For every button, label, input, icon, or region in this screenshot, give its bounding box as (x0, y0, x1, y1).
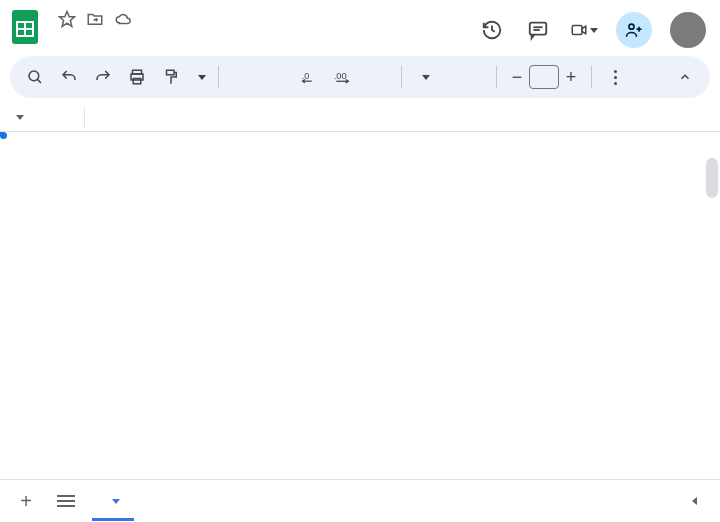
svg-marker-4 (60, 12, 75, 27)
font-size-value[interactable] (529, 65, 559, 89)
font-family-dropdown[interactable] (410, 75, 488, 80)
menu-insert[interactable] (96, 32, 110, 40)
formula-input[interactable] (105, 104, 720, 131)
add-sheet-button[interactable]: + (12, 487, 40, 515)
increase-decimal[interactable]: .00 (329, 62, 359, 92)
scroll-sheets-left[interactable] (680, 487, 708, 515)
svg-rect-8 (572, 26, 582, 35)
undo-icon[interactable] (54, 62, 84, 92)
font-size-decrease[interactable]: − (505, 64, 529, 90)
all-sheets-button[interactable] (52, 487, 80, 515)
more-formats[interactable] (363, 62, 393, 92)
svg-text:.00: .00 (334, 70, 347, 81)
font-size-control: − + (505, 64, 583, 90)
toolbar-overflow[interactable] (600, 62, 630, 92)
svg-rect-17 (167, 70, 175, 75)
star-icon[interactable] (58, 10, 76, 28)
chevron-down-icon (198, 75, 206, 80)
share-button[interactable] (616, 12, 652, 48)
spreadsheet-grid[interactable] (0, 132, 720, 480)
menu-more[interactable] (160, 32, 174, 40)
chevron-down-icon (590, 28, 598, 33)
redo-icon[interactable] (88, 62, 118, 92)
name-box[interactable] (0, 115, 84, 120)
menu-tools[interactable] (144, 32, 158, 40)
move-to-folder-icon[interactable] (86, 10, 104, 28)
formula-bar (0, 104, 720, 132)
chevron-down-icon (112, 499, 120, 504)
menu-format[interactable] (112, 32, 126, 40)
font-size-increase[interactable]: + (559, 64, 583, 90)
decrease-decimal[interactable]: .0 (295, 62, 325, 92)
cloud-status-icon[interactable] (114, 10, 132, 28)
chevron-down-icon (422, 75, 430, 80)
menu-data[interactable] (128, 32, 142, 40)
meet-dropdown[interactable] (570, 16, 598, 44)
sheet-tab-active[interactable] (92, 485, 134, 521)
svg-rect-5 (530, 23, 547, 35)
account-avatar[interactable] (670, 12, 706, 48)
sheets-logo[interactable] (10, 8, 40, 46)
svg-point-12 (29, 71, 39, 81)
paint-format-icon[interactable] (156, 62, 186, 92)
format-currency[interactable] (227, 62, 257, 92)
format-percent[interactable] (261, 62, 291, 92)
menu-bar (48, 32, 174, 40)
svg-line-13 (37, 79, 41, 83)
collapse-toolbar-icon[interactable] (670, 62, 700, 92)
history-icon[interactable] (478, 16, 506, 44)
fill-handle[interactable] (0, 132, 7, 139)
search-menus-icon[interactable] (20, 62, 50, 92)
sheet-tab-bar: + (0, 480, 720, 522)
vertical-scrollbar[interactable] (706, 158, 718, 198)
svg-point-9 (629, 24, 634, 29)
svg-text:.0: .0 (302, 71, 310, 81)
toolbar: .0 .00 − + (10, 56, 710, 98)
menu-view[interactable] (80, 32, 94, 40)
menu-file[interactable] (48, 32, 62, 40)
print-icon[interactable] (122, 62, 152, 92)
zoom-dropdown[interactable] (190, 75, 210, 80)
chevron-down-icon (16, 115, 24, 120)
menu-edit[interactable] (64, 32, 78, 40)
comments-icon[interactable] (524, 16, 552, 44)
